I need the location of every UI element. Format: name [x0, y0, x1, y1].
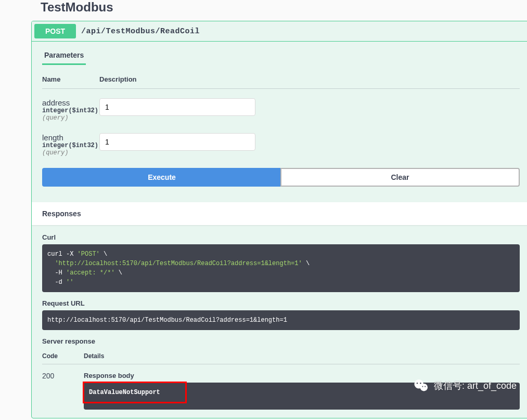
parameters-section: Name Description address integer($int32)… — [32, 65, 527, 202]
method-badge: POST — [34, 24, 76, 38]
param-in: (query) — [42, 114, 99, 122]
address-input[interactable] — [99, 98, 255, 116]
page-title: TestModbus — [41, 0, 527, 15]
clear-button[interactable]: Clear — [280, 168, 520, 187]
col-header-name: Name — [42, 75, 99, 83]
watermark-text: 微信号: art_of_code — [434, 379, 517, 392]
param-row-address: address integer($int32) (query) — [42, 98, 520, 122]
tab-parameters[interactable]: Parameters — [42, 47, 86, 65]
operation-block: POST /api/TestModbus/ReadCoil Parameters… — [31, 21, 527, 418]
request-url-block: http://localhost:5170/api/TestModbus/Rea… — [42, 310, 520, 330]
response-code: 200 — [42, 372, 84, 380]
request-url-label: Request URL — [42, 299, 520, 307]
param-name: length — [42, 133, 99, 142]
svg-point-3 — [420, 383, 421, 384]
svg-point-1 — [420, 384, 428, 391]
wechat-icon — [413, 377, 430, 394]
param-name: address — [42, 98, 99, 107]
length-input[interactable] — [99, 133, 255, 151]
curl-block: curl -X 'POST' \ 'http://localhost:5170/… — [42, 244, 520, 292]
tabs: Parameters — [32, 42, 527, 65]
param-in: (query) — [42, 149, 99, 156]
svg-point-5 — [425, 386, 426, 387]
operation-summary[interactable]: POST /api/TestModbus/ReadCoil — [32, 21, 527, 42]
watermark: 微信号: art_of_code — [413, 377, 517, 394]
curl-label: Curl — [42, 233, 520, 241]
param-type: integer($int32) — [42, 107, 99, 114]
col-header-code: Code — [42, 352, 84, 360]
param-row-length: length integer($int32) (query) — [42, 133, 520, 156]
svg-point-4 — [422, 386, 423, 387]
responses-title: Responses — [42, 209, 520, 218]
server-response-label: Server response — [42, 337, 520, 345]
col-header-description: Description — [99, 75, 137, 83]
svg-point-2 — [417, 383, 418, 384]
execute-button[interactable]: Execute — [42, 168, 280, 187]
endpoint-path: /api/TestModbus/ReadCoil — [81, 27, 200, 36]
param-type: integer($int32) — [42, 142, 99, 149]
responses-header: Responses — [32, 202, 527, 225]
col-header-details: Details — [84, 352, 104, 360]
response-body-text: DataValueNotSupport — [89, 389, 160, 396]
